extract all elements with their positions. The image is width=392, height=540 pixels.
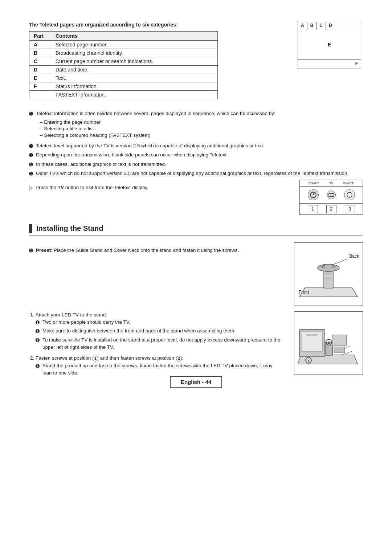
step-2-note-icon: ➊ xyxy=(36,363,40,377)
page: The Teletext pages are organized accordi… xyxy=(0,0,392,402)
remote-num-row: 1 2 3 xyxy=(300,203,363,214)
remote-onoff-btn: ○ xyxy=(344,189,355,200)
table-row: B Broadcasting channel identity. xyxy=(29,49,218,57)
step-2-note-text: Stand the product up and fasten the scre… xyxy=(42,362,283,377)
screen-diagram: A B C D E F xyxy=(298,22,361,69)
stand-content: ➊ Preset: Place the Guide Stand and Cove… xyxy=(29,242,283,306)
col-part: Part xyxy=(29,32,51,41)
section-header: Installing the Stand xyxy=(29,224,363,236)
preset-note-text: Preset: Place the Guide Stand and Cover … xyxy=(36,247,239,254)
table-row: D Date and time. xyxy=(29,66,218,74)
sub-item-2: Selecting a title in a list xyxy=(40,126,363,131)
press-tv-item: ▷ Press the TV button to exit from the T… xyxy=(29,184,299,192)
stand-box: Back Front xyxy=(294,242,363,306)
step-1-note-icon-3: ➊ xyxy=(36,337,40,351)
notes-list: ➊ Teletext information is often divided … xyxy=(29,110,363,118)
sub-text-1: Entering the page number xyxy=(44,119,101,125)
screen-body: E xyxy=(298,30,361,59)
sub-item-3: Selecting a coloured heading (FASTEXT sy… xyxy=(40,132,363,138)
stand-section: ➊ Preset: Place the Guide Stand and Cove… xyxy=(29,242,363,306)
note-item-5: ➊ Older TV's which do not support versio… xyxy=(29,170,363,177)
step-1-note-text-1: Two or more people should carry the TV. xyxy=(42,319,130,326)
contents-e: Text. xyxy=(51,74,218,82)
table-row: FASTEXT information. xyxy=(29,91,218,99)
svg-point-8 xyxy=(318,264,339,271)
contents-f: Status information. xyxy=(51,82,218,91)
circle-2: 2 xyxy=(176,356,182,361)
note-icon-5: ➊ xyxy=(29,170,33,177)
preset-note-item: ➊ Preset: Place the Guide Stand and Cove… xyxy=(29,247,283,254)
note-icon-3: ➊ xyxy=(29,152,33,159)
steps-section: Attach your LED TV to the stand. ➊ Two o… xyxy=(29,311,363,381)
svg-point-9 xyxy=(322,265,325,268)
part-c: C xyxy=(29,57,51,66)
sub-item-1: Entering the page number xyxy=(40,119,363,125)
table-row: F Status information. xyxy=(29,82,218,91)
note-item-1: ➊ Teletext information is often divided … xyxy=(29,110,363,118)
sub-text-3: Selecting a coloured heading (FASTEXT sy… xyxy=(44,132,150,138)
table-row: C Current page number or search indicati… xyxy=(29,57,218,66)
col-contents: Contents xyxy=(51,32,218,41)
step-2-notes: ➊ Stand the product up and fasten the sc… xyxy=(36,362,283,377)
section-bar-icon xyxy=(29,224,32,233)
sub-text-2: Selecting a title in a list xyxy=(44,126,94,131)
svg-line-13 xyxy=(334,259,348,264)
note-icon-2: ➊ xyxy=(29,143,33,150)
contents-c: Current page number or search indication… xyxy=(51,57,218,66)
footer: English - 44 xyxy=(0,376,392,388)
part-b: B xyxy=(29,49,51,57)
step-1-notes: ➊ Two or more people should carry the TV… xyxy=(36,319,283,351)
svg-rect-25 xyxy=(332,335,347,346)
stand-assembly-svg: SAMSUNG 2 1 xyxy=(298,315,359,371)
remote-num-3: 3 xyxy=(345,205,355,213)
remote-label-tv: TV xyxy=(329,181,333,185)
remote-tv-btn xyxy=(327,191,336,199)
preset-note-list: ➊ Preset: Place the Guide Stand and Cove… xyxy=(29,247,283,254)
screen-label-c: C xyxy=(317,22,326,30)
press-tv-note: ▷ Press the TV button to exit from the T… xyxy=(29,184,299,193)
step-1-note-3: ➊ To make sure the TV is installed on th… xyxy=(36,336,283,351)
table-row: A Selected page number. xyxy=(29,41,218,49)
note-text-4: In these cases, additional graphics or t… xyxy=(36,161,166,168)
contents-d: Date and time. xyxy=(51,66,218,74)
svg-rect-26 xyxy=(334,347,345,352)
note-text-3: Depending upon the transmission, blank s… xyxy=(36,151,228,159)
step-1-note-1: ➊ Two or more people should carry the TV… xyxy=(36,319,283,326)
parts-table: Part Contents A Selected page number. B … xyxy=(29,31,218,99)
teletext-content: The Teletext pages are organized accordi… xyxy=(29,22,283,103)
contents-fastext: FASTEXT information. xyxy=(51,91,218,99)
preset-note-icon: ➊ xyxy=(29,247,33,254)
press-tv-row: ▷ Press the TV button to exit from the T… xyxy=(29,180,363,215)
note-text-2: Teletext level supported by the TV is ve… xyxy=(36,142,264,150)
screen-top-bar: A B C D xyxy=(298,22,361,30)
step-1-note-icon-2: ➊ xyxy=(36,328,40,335)
stand-diagram: Back Front xyxy=(294,242,363,306)
teletext-heading: The Teletext pages are organized accordi… xyxy=(29,22,283,28)
press-icon: ▷ xyxy=(29,184,33,192)
part-e: E xyxy=(29,74,51,82)
step-1-note-text-2: Make sure to distinguish between the fro… xyxy=(42,327,236,335)
screen-label-d: D xyxy=(326,22,361,30)
section-title: Installing the Stand xyxy=(36,224,103,233)
step-list: Attach your LED TV to the stand. ➊ Two o… xyxy=(36,311,283,377)
svg-rect-2 xyxy=(329,193,334,197)
part-a: A xyxy=(29,41,51,49)
remote-buttons: ○ xyxy=(300,187,363,203)
teletext-section: The Teletext pages are organized accordi… xyxy=(29,22,363,103)
contents-a: Selected page number. xyxy=(51,41,218,49)
steps-content: Attach your LED TV to the stand. ➊ Two o… xyxy=(29,311,283,381)
step-1-note-icon-1: ➊ xyxy=(36,319,40,326)
step-1-note-text-3: To make sure the TV is installed on the … xyxy=(42,336,283,351)
note-icon-1: ➊ xyxy=(29,110,33,118)
part-f: F xyxy=(29,82,51,91)
part-empty xyxy=(29,91,51,99)
note-text-1: Teletext information is often divided be… xyxy=(36,110,275,118)
footer-badge: English - 44 xyxy=(170,376,222,388)
notes-list-2: ➊ Teletext level supported by the TV is … xyxy=(29,142,363,177)
step-2: Fasten screws at position 1 and then fas… xyxy=(36,355,283,377)
circle-1: 1 xyxy=(93,356,98,361)
part-d: D xyxy=(29,66,51,74)
note-item-2: ➊ Teletext level supported by the TV is … xyxy=(29,142,363,150)
note-text-5: Older TV's which do not support version … xyxy=(36,170,348,177)
screen-label-f: F xyxy=(355,61,358,66)
